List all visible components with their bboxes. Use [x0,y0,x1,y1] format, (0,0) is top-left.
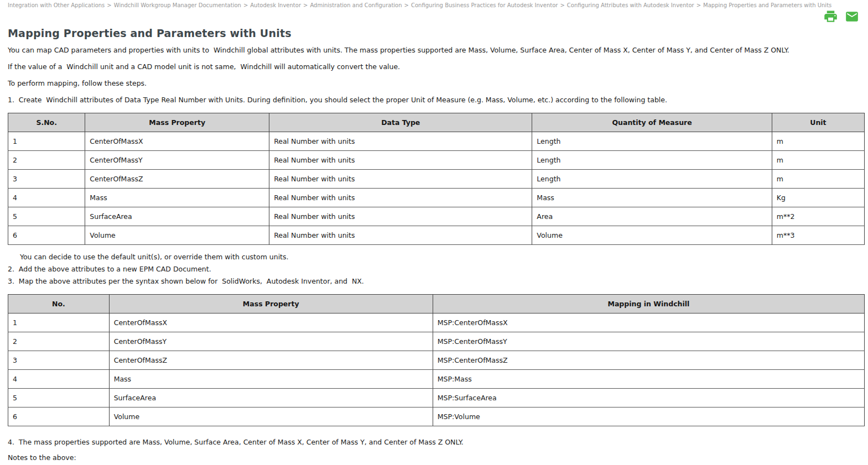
table-cell: 6 [8,407,110,426]
step-2: 2. Add the above attributes to a new EPM… [8,264,865,274]
table-cell: CenterOfMassX [85,132,269,151]
table-cell: MSP:CenterOfMassZ [433,351,864,370]
breadcrumb-item[interactable]: Integration with Other Applications [8,2,105,8]
table-row: 1 CenterOfMassX Real Number with units L… [8,132,865,151]
intro-paragraph: To perform mapping, follow these steps. [8,79,865,88]
table-cell: Mass [109,370,433,389]
column-header: Unit [772,113,864,132]
table-cell: Length [532,151,772,170]
step-3: 3. Map the above attributes per the synt… [8,276,865,286]
breadcrumb-separator: > [404,2,409,8]
table-cell: MSP:SurfaceArea [433,389,864,407]
breadcrumb-item[interactable]: Autodesk Inventor [250,2,301,8]
table-cell: CenterOfMassY [109,332,433,351]
breadcrumb-separator: > [697,2,701,8]
table-row: 5 SurfaceArea MSP:SurfaceArea [8,389,865,407]
breadcrumb-item[interactable]: Mapping Properties and Parameters with U… [703,2,831,8]
table-cell: 6 [8,226,85,245]
unit-of-measure-table: S.No. Mass Property Data Type Quantity o… [8,113,865,245]
table-cell: m [772,151,864,170]
column-header: Quantity of Measure [532,113,772,132]
table-cell: 5 [8,207,85,226]
step-1-note: You can decide to use the default unit(s… [8,252,865,262]
table-cell: Real Number with units [269,226,532,245]
step-4: 4. The mass properties supported are Mas… [8,437,865,447]
table-row: 6 Volume MSP:Volume [8,407,865,426]
column-header: Data Type [269,113,532,132]
notes-label: Notes to the above: [8,453,865,463]
breadcrumb-separator: > [243,2,248,8]
table-cell: Length [532,170,772,189]
table-cell: Length [532,132,772,151]
table-cell: Mass [532,189,772,207]
table-row: 4 Mass MSP:Mass [8,370,865,389]
breadcrumb-item[interactable]: Windchill Workgroup Manager Documentatio… [114,2,241,8]
table-cell: 3 [8,351,110,370]
table-cell: SurfaceArea [85,207,269,226]
table-cell: 1 [8,132,85,151]
table-cell: Real Number with units [269,170,532,189]
table-cell: CenterOfMassZ [85,170,269,189]
table-cell: Volume [85,226,269,245]
table-cell: Real Number with units [269,189,532,207]
breadcrumb-separator: > [560,2,564,8]
table-header-row: S.No. Mass Property Data Type Quantity o… [8,113,865,132]
table-cell: m [772,170,864,189]
table-cell: CenterOfMassX [109,314,433,332]
table-cell: Real Number with units [269,207,532,226]
table-row: 2 CenterOfMassY MSP:CenterOfMassY [8,332,865,351]
table-row: 6 Volume Real Number with units Volume m… [8,226,865,245]
table-cell: Volume [532,226,772,245]
print-icon[interactable] [823,9,838,24]
breadcrumb: Integration with Other Applications>Wind… [8,2,865,9]
breadcrumb-item[interactable]: Administration and Configuration [310,2,402,8]
column-header: S.No. [8,113,85,132]
intro-paragraph: You can map CAD parameters and propertie… [8,45,865,55]
table-cell: 4 [8,370,110,389]
table-cell: 4 [8,189,85,207]
table-cell: CenterOfMassZ [109,351,433,370]
table-cell: MSP:Mass [433,370,864,389]
breadcrumb-item[interactable]: Configuring Business Practices for Autod… [411,2,558,8]
table-cell: 2 [8,332,110,351]
email-icon[interactable] [845,9,859,24]
table-row: 1 CenterOfMassX MSP:CenterOfMassX [8,314,865,332]
column-header: Mapping in Windchill [433,295,864,314]
step-1: 1. Create Windchill attributes of Data T… [8,95,865,105]
mapping-syntax-table: No. Mass Property Mapping in Windchill 1… [8,294,865,426]
table-header-row: No. Mass Property Mapping in Windchill [8,295,865,314]
table-cell: MSP:CenterOfMassX [433,314,864,332]
column-header: Mass Property [109,295,433,314]
column-header: No. [8,295,110,314]
table-cell: 2 [8,151,85,170]
table-cell: 3 [8,170,85,189]
page-title: Mapping Properties and Parameters with U… [8,27,865,39]
table-row: 4 Mass Real Number with units Mass Kg [8,189,865,207]
table-cell: Volume [109,407,433,426]
table-cell: MSP:Volume [433,407,864,426]
table-cell: Kg [772,189,864,207]
table-cell: Real Number with units [269,151,532,170]
table-row: 5 SurfaceArea Real Number with units Are… [8,207,865,226]
table-cell: SurfaceArea [109,389,433,407]
intro-paragraph: If the value of a Windchill unit and a C… [8,62,865,72]
table-cell: m**2 [772,207,864,226]
table-row: 3 CenterOfMassZ Real Number with units L… [8,170,865,189]
table-row: 3 CenterOfMassZ MSP:CenterOfMassZ [8,351,865,370]
table-cell: MSP:CenterOfMassY [433,332,864,351]
table-cell: Area [532,207,772,226]
breadcrumb-item[interactable]: Configuring Attributes with Autodesk Inv… [567,2,694,8]
breadcrumb-separator: > [303,2,308,8]
table-row: 2 CenterOfMassY Real Number with units L… [8,151,865,170]
table-cell: Real Number with units [269,132,532,151]
column-header: Mass Property [85,113,269,132]
help-page: Integration with Other Applications>Wind… [0,0,868,465]
table-cell: CenterOfMassY [85,151,269,170]
table-cell: 1 [8,314,110,332]
table-cell: m**3 [772,226,864,245]
breadcrumb-separator: > [107,2,111,8]
table-cell: 5 [8,389,110,407]
table-cell: m [772,132,864,151]
page-toolbar [823,9,859,24]
table-cell: Mass [85,189,269,207]
